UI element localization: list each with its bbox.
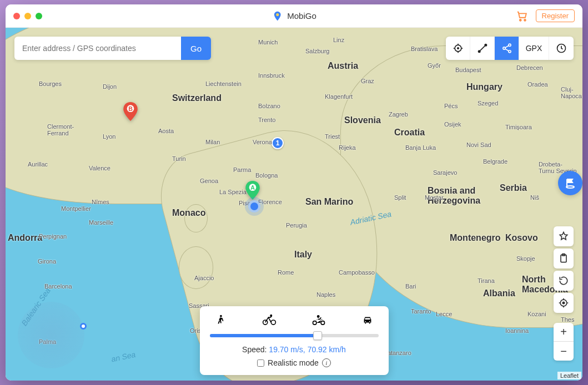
clipboard-icon bbox=[558, 253, 569, 264]
app-title: MobiGo bbox=[272, 11, 316, 22]
realistic-mode-checkbox[interactable] bbox=[257, 359, 264, 367]
locate-icon bbox=[558, 297, 569, 308]
walk-mode-button[interactable] bbox=[213, 313, 228, 327]
search-input[interactable] bbox=[14, 37, 181, 60]
search-bar: Go bbox=[14, 37, 211, 60]
speed-readout: Speed: 19.70 m/s, 70.92 km/h bbox=[210, 345, 379, 354]
locate-tool-button[interactable] bbox=[446, 37, 470, 60]
app-title-text: MobiGo bbox=[287, 11, 316, 21]
svg-point-25 bbox=[321, 321, 325, 325]
current-location-marker[interactable] bbox=[248, 200, 260, 212]
star-icon bbox=[558, 231, 569, 242]
speed-label: Speed: bbox=[242, 345, 267, 354]
scooter-icon bbox=[311, 314, 326, 326]
speed-panel: Speed: 19.70 m/s, 70.92 km/h Realistic m… bbox=[200, 306, 389, 375]
speed-value-ms: 19.70 m/s bbox=[269, 345, 303, 354]
window-controls bbox=[13, 13, 42, 19]
map-toolbar: GPX bbox=[446, 37, 574, 60]
svg-text:A: A bbox=[250, 184, 255, 191]
map-area[interactable]: SwitzerlandAustriaHungarySloveniaCroatia… bbox=[6, 28, 582, 381]
compass-heading-dot bbox=[80, 323, 87, 330]
share-icon bbox=[501, 43, 512, 54]
realistic-mode-row: Realistic mode i bbox=[210, 358, 379, 367]
svg-point-15 bbox=[566, 186, 574, 188]
car-icon bbox=[361, 314, 374, 326]
compass-widget[interactable] bbox=[18, 302, 84, 368]
route-pin-b[interactable]: B bbox=[123, 102, 138, 121]
svg-point-22 bbox=[271, 320, 275, 325]
center-location-button[interactable] bbox=[554, 293, 574, 313]
close-window-button[interactable] bbox=[13, 13, 20, 19]
titlebar: MobiGo Register bbox=[6, 4, 582, 28]
transport-mode-row bbox=[210, 313, 379, 330]
share-tool-button[interactable] bbox=[495, 37, 519, 60]
svg-point-1 bbox=[519, 19, 521, 21]
zoom-in-button[interactable]: + bbox=[554, 323, 574, 342]
destination-flag-button[interactable] bbox=[558, 171, 582, 195]
titlebar-right: Register bbox=[516, 9, 575, 22]
bike-icon bbox=[262, 314, 277, 326]
flag-icon bbox=[564, 176, 577, 190]
map-attribution[interactable]: Leaflet bbox=[557, 372, 581, 379]
go-button[interactable]: Go bbox=[181, 37, 211, 60]
scooter-mode-button[interactable] bbox=[311, 313, 326, 327]
app-window: MobiGo Register SwitzerlandAustriaHungar… bbox=[6, 4, 582, 381]
zoom-out-button[interactable]: − bbox=[554, 342, 574, 361]
undo-icon bbox=[558, 275, 569, 286]
zoom-control: + − bbox=[554, 323, 574, 361]
route-pin-a[interactable]: A bbox=[245, 181, 260, 200]
svg-point-29 bbox=[369, 321, 370, 322]
svg-point-20 bbox=[220, 315, 222, 317]
minimize-window-button[interactable] bbox=[24, 13, 31, 19]
bike-mode-button[interactable] bbox=[262, 313, 277, 327]
svg-point-9 bbox=[478, 50, 480, 52]
app-logo-icon bbox=[272, 11, 283, 22]
route-waypoint-1[interactable]: 1 bbox=[272, 137, 284, 149]
clipboard-button[interactable] bbox=[554, 249, 574, 269]
svg-point-10 bbox=[485, 44, 486, 46]
svg-point-8 bbox=[457, 48, 459, 49]
gpx-tool-button[interactable]: GPX bbox=[519, 37, 549, 60]
svg-point-26 bbox=[317, 316, 319, 317]
svg-point-0 bbox=[276, 13, 279, 16]
favorites-button[interactable] bbox=[554, 226, 574, 246]
svg-point-23 bbox=[270, 315, 272, 316]
info-icon[interactable]: i bbox=[322, 358, 331, 367]
route-line-icon bbox=[477, 43, 488, 54]
speed-value-kmh: 70.92 km/h bbox=[308, 345, 346, 354]
route-tool-button[interactable] bbox=[470, 37, 495, 60]
svg-point-24 bbox=[313, 321, 316, 325]
fullscreen-window-button[interactable] bbox=[36, 13, 42, 19]
speed-slider[interactable] bbox=[210, 334, 379, 337]
history-tool-button[interactable] bbox=[549, 37, 574, 60]
svg-rect-27 bbox=[365, 318, 370, 320]
cart-icon[interactable] bbox=[516, 10, 528, 22]
clock-icon bbox=[556, 43, 567, 54]
register-button[interactable]: Register bbox=[536, 9, 575, 22]
walk-icon bbox=[214, 314, 227, 326]
realistic-mode-label: Realistic mode bbox=[268, 358, 319, 367]
svg-point-2 bbox=[524, 19, 526, 21]
svg-text:B: B bbox=[128, 105, 133, 112]
reset-button[interactable] bbox=[554, 271, 574, 291]
crosshair-icon bbox=[453, 43, 464, 54]
svg-point-28 bbox=[365, 321, 366, 322]
svg-point-19 bbox=[562, 302, 564, 303]
car-mode-button[interactable] bbox=[360, 313, 375, 327]
speed-slider-thumb[interactable] bbox=[313, 331, 322, 340]
